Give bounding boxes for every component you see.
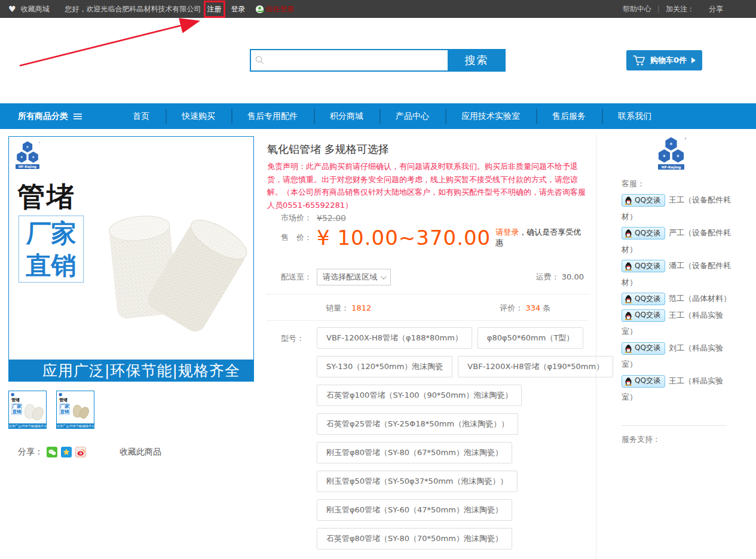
sale-price-label: 售 价： xyxy=(267,232,317,243)
freight-info: 运费： 30.00 xyxy=(536,272,589,282)
model-option[interactable]: 刚玉管φ60管堵（SY-60（47*50mm）泡沫陶瓷） xyxy=(317,499,512,521)
qq-chat-button[interactable]: QQ交谈 xyxy=(622,375,665,388)
weibo-share-icon[interactable] xyxy=(75,447,86,457)
thumbnail-2[interactable]: ⬢ 管堵 厂家 直销 应用广泛|环保节能|规格齐全 xyxy=(56,391,94,429)
market-price-label: 市场价： xyxy=(267,213,317,223)
nav-item-home[interactable]: 首页 xyxy=(117,103,166,129)
nav-item-points-mall[interactable]: 积分商城 xyxy=(314,103,379,129)
model-option[interactable]: 石英管φ100管堵（SY-100（90*50mm）泡沫陶瓷） xyxy=(317,385,522,406)
all-categories-button[interactable]: 所有商品分类 xyxy=(18,111,82,122)
mini-slogan: 厂家 直销 xyxy=(11,403,22,415)
divider xyxy=(622,425,727,426)
rating-value: 334 xyxy=(525,303,540,312)
mini-banner: 应用广泛|环保节能|规格齐全 xyxy=(9,423,46,428)
qq-contact: QQ交谈王工（科晶实验室） xyxy=(622,307,731,340)
region-select-value: 请选择配送区域 xyxy=(323,272,377,282)
service-support-label: 服务支持： xyxy=(622,434,660,445)
cart-label: 购物车0件 xyxy=(650,55,687,66)
model-option[interactable]: 刚玉管φ80管堵（SY-80（67*50mm）泡沫陶瓷） xyxy=(317,442,512,463)
all-categories-label: 所有商品分类 xyxy=(18,111,68,122)
brand-logo-text: HF-Kejing xyxy=(16,164,39,169)
model-option[interactable]: 石英管φ25管堵（SY-25Φ18*50mm（泡沫陶瓷）） xyxy=(317,413,518,435)
cart-arrow-icon xyxy=(691,57,696,63)
slogan-line2: 直销 xyxy=(19,250,83,282)
slogan-line1: 厂家 xyxy=(19,217,83,250)
login-link[interactable]: 登录 xyxy=(231,4,246,14)
trust-login-label: 信任登录 xyxy=(266,4,295,14)
thumbnail-1[interactable]: ⬢ 管堵 厂家 直销 应用广泛|环保节能|规格齐全 xyxy=(8,391,47,429)
hexagon-logo-icon xyxy=(656,136,686,164)
register-link[interactable]: 注册 xyxy=(207,4,222,14)
sidebar-logo-text: HF-Kejing xyxy=(658,164,684,170)
disclaimer-text: 免责声明：此产品购买前请仔细确认，有问题请及时联系我们。购买后非质量问题不给予退… xyxy=(267,160,589,211)
share-link[interactable]: 分享 xyxy=(709,4,723,14)
nav-item-contact-us[interactable]: 联系我们 xyxy=(602,103,668,129)
follow-link[interactable]: 加关注： xyxy=(666,4,694,14)
help-center-link[interactable]: 帮助中心 xyxy=(623,4,651,14)
search-icon xyxy=(255,56,264,64)
model-label: 型号： xyxy=(267,327,317,549)
topbar-separator: | xyxy=(657,5,660,13)
sales-info: 销量： 1812 xyxy=(326,303,371,314)
search-button[interactable]: 搜索 xyxy=(448,49,506,72)
divider xyxy=(596,134,596,559)
model-option[interactable]: 刚玉管φ50管堵（SY-50φ37*50mm（泡沫陶瓷）） xyxy=(317,471,518,492)
topbar-right: 帮助中心 | 加关注： 分享 xyxy=(623,4,723,14)
mini-logo-icon: ⬢ xyxy=(59,392,62,397)
mini-slogan: 厂家 直销 xyxy=(59,403,70,415)
qq-contact-list: QQ交谈王工（设备配件耗材） QQ交谈严工（设备配件耗材） QQ交谈潘工（设备配… xyxy=(622,192,731,406)
contact-name: 范工（晶体材料） xyxy=(669,294,731,303)
qq-penguin-icon xyxy=(625,344,632,353)
product-page: ♥ 收藏商城 您好，欢迎光临合肥科晶材料技术有限公司 注册 登录 信任登录 帮助… xyxy=(0,0,756,559)
freight-value: 30.00 xyxy=(562,272,584,281)
market-price-value: ¥52.00 xyxy=(317,213,346,223)
model-section: 型号： VBF-1200X-H8管堵（φ188*80mm） φ80φ50*60m… xyxy=(267,327,616,549)
rating-info[interactable]: 评价： 334 条 xyxy=(500,303,550,314)
model-option[interactable]: φ80φ50*60mm（T型） xyxy=(478,327,584,349)
qq-contact: QQ交谈严工（设备配件耗材） xyxy=(622,225,731,257)
favorite-mall-link[interactable]: 收藏商城 xyxy=(21,4,50,14)
customer-service-label: 客服： xyxy=(622,179,645,189)
mini-logo-icon: ⬢ xyxy=(11,392,14,397)
factory-direct-badge: 厂家 直销 xyxy=(19,216,84,282)
qq-contact: QQ交谈王工（设备配件耗材） xyxy=(622,192,731,225)
qq-contact: QQ交谈王工（科晶实验室） xyxy=(622,373,731,406)
nav-item-app-lab[interactable]: 应用技术实验室 xyxy=(445,103,536,129)
qq-contact: QQ交谈潘工（设备配件耗材） xyxy=(622,257,731,290)
nav-item-product-center[interactable]: 产品中心 xyxy=(379,103,445,129)
please-login-link[interactable]: 请登录 xyxy=(495,228,519,236)
nav-item-aftersale-service[interactable]: 售后服务 xyxy=(536,103,602,129)
search-input[interactable] xyxy=(250,49,448,72)
cart-button[interactable]: 购物车0件 xyxy=(626,50,702,70)
qq-chat-button[interactable]: QQ交谈 xyxy=(622,194,665,207)
card-title: 管堵 xyxy=(17,179,76,216)
model-option[interactable]: VBF-1200X-H8管堵（φ190*50mm） xyxy=(458,356,613,377)
ship-to-label: 配送至： xyxy=(267,272,317,282)
wechat-share-icon[interactable] xyxy=(47,447,57,457)
region-select[interactable]: 请选择配送区域 xyxy=(317,269,391,285)
qq-chat-button[interactable]: QQ交谈 xyxy=(622,260,665,272)
product-title: 氧化铝管堵 多规格可选择 xyxy=(267,142,389,156)
sales-value: 1812 xyxy=(351,303,371,312)
qq-chat-button[interactable]: QQ交谈 xyxy=(622,293,665,305)
heart-icon: ♥ xyxy=(8,4,16,14)
qq-penguin-icon xyxy=(625,196,632,205)
nav-item-aftersale-parts[interactable]: 售后专用配件 xyxy=(231,103,314,129)
qq-chat-button[interactable]: QQ交谈 xyxy=(622,342,665,355)
topbar: ♥ 收藏商城 您好，欢迎光临合肥科晶材料技术有限公司 注册 登录 信任登录 帮助… xyxy=(0,0,756,18)
nav-item-quick-buy[interactable]: 快速购买 xyxy=(166,103,231,129)
qq-chat-button[interactable]: QQ交谈 xyxy=(622,309,665,322)
trust-login-link[interactable]: 信任登录 xyxy=(255,4,295,14)
main-nav: 所有商品分类 首页 快速购买 售后专用配件 积分商城 产品中心 应用技术实验室 … xyxy=(0,103,756,129)
model-option[interactable]: VBF-1200X-H8管堵（φ188*80mm） xyxy=(317,327,472,349)
qq-chat-button[interactable]: QQ交谈 xyxy=(622,227,665,239)
qq-penguin-icon xyxy=(625,311,632,320)
model-option[interactable]: 石英管φ80管堵（SY-80（70*50mm）泡沫陶瓷） xyxy=(317,528,512,549)
qq-penguin-icon xyxy=(625,229,632,238)
qzone-share-icon[interactable] xyxy=(61,447,72,457)
chevron-down-icon xyxy=(381,274,387,280)
sidebar-brand-logo: HF-Kejing xyxy=(656,136,686,166)
favorite-this-product-link[interactable]: 收藏此商品 xyxy=(120,447,161,457)
mini-card-title: 管堵 xyxy=(11,397,20,403)
model-option[interactable]: SY-130（120*50mm）泡沫陶瓷 xyxy=(317,356,452,377)
